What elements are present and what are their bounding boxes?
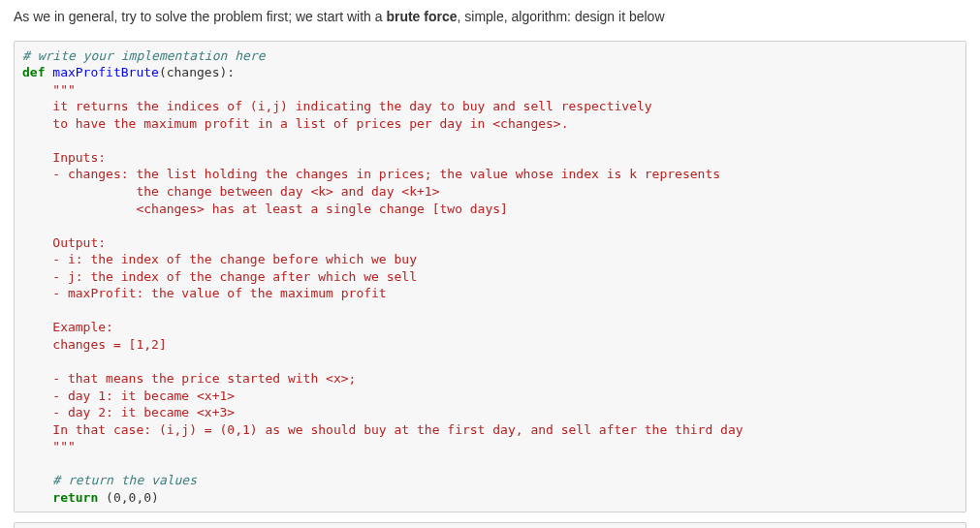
doc-inputs-header: Inputs: — [22, 150, 106, 165]
function-name: maxProfitBrute — [52, 65, 159, 79]
intro-text-before: As we in general, try to solve the probl… — [14, 9, 386, 24]
doc-example-header: Example: — [22, 320, 113, 334]
doc-output2: - j: the index of the change after which… — [22, 269, 417, 284]
docstring-open: """ — [52, 82, 75, 97]
intro-paragraph: As we in general, try to solve the probl… — [14, 8, 966, 27]
doc-output3: - maxProfit: the value of the maximum pr… — [22, 286, 387, 300]
doc-example2: - that means the price started with <x>; — [22, 371, 356, 386]
comment-header: # write your implementation here — [22, 48, 265, 63]
return-keyword: return — [52, 490, 98, 505]
doc-inputs2: the change between day <k> and day <k+1> — [22, 184, 439, 199]
intro-bold: brute force — [386, 9, 457, 24]
code-cell-main[interactable]: # write your implementation here def max… — [14, 41, 966, 513]
doc-inputs1: - changes: the list holding the changes … — [22, 167, 720, 181]
doc-output1: - i: the index of the change before whic… — [22, 252, 417, 266]
comment-return: # return the values — [22, 473, 197, 487]
doc-line1: it returns the indices of (i,j) indicati… — [22, 99, 652, 113]
def-keyword: def — [22, 65, 45, 79]
doc-example5: In that case: (i,j) = (0,1) as we should… — [22, 422, 743, 437]
doc-inputs3: <changes> has at least a single change [… — [22, 202, 508, 216]
doc-line2: to have the maximum profit in a list of … — [22, 116, 569, 131]
doc-example3: - day 1: it became <x+1> — [22, 388, 235, 403]
doc-example1: changes = [1,2] — [22, 337, 167, 352]
doc-example4: - day 2: it became <x+3> — [22, 405, 235, 419]
doc-output-header: Output: — [22, 235, 106, 250]
function-args: (changes): — [159, 65, 235, 79]
return-vals: (0,0,0) — [98, 490, 159, 505]
intro-text-after: , simple, algorithm: design it below — [458, 9, 665, 24]
docstring-close: """ — [22, 439, 76, 453]
code-cell-secondary[interactable]: # Try your algorithm — [14, 522, 966, 528]
